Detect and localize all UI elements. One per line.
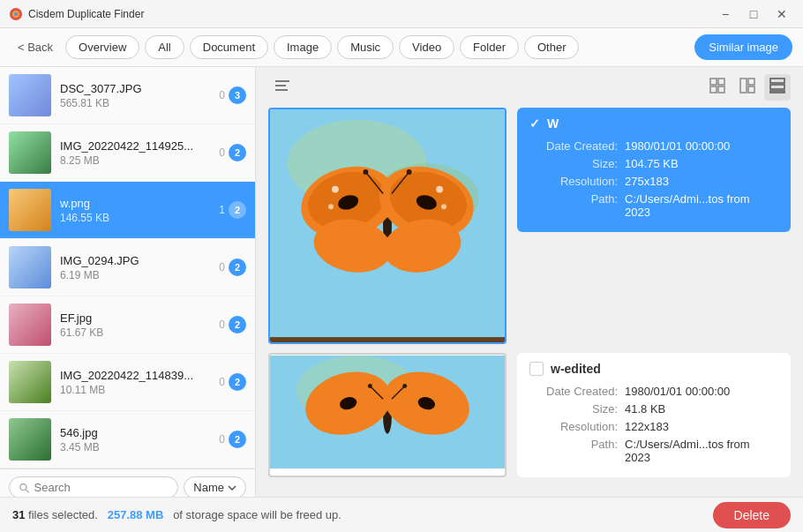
maximize-button[interactable]: □ — [741, 2, 766, 26]
info-row-date-2: Date Created: 1980/01/01 00:00:00 — [529, 385, 778, 398]
file-badges: 0 2 — [219, 373, 246, 391]
file-thumbnail — [9, 131, 51, 174]
info-card-selected[interactable]: ✓ W Date Created: 1980/01/01 00:00:00 Si… — [517, 108, 791, 232]
grid-view-button[interactable] — [704, 74, 731, 101]
svg-rect-17 — [770, 91, 784, 93]
file-name: IMG_20220422_114839... — [60, 369, 210, 382]
tab-video[interactable]: Video — [399, 35, 454, 59]
info-card-unselected[interactable]: w-edited Date Created: 1980/01/01 00:00:… — [517, 353, 791, 477]
badge-count: 2 — [229, 431, 246, 448]
resolution-value-2: 122x183 — [625, 420, 669, 433]
svg-point-47 — [368, 384, 372, 388]
file-badges: 0 2 — [219, 259, 246, 276]
split-view-button[interactable] — [734, 74, 761, 101]
search-input[interactable] — [34, 481, 169, 494]
list-item[interactable]: 546.jpg 3.45 MB 0 2 — [0, 411, 255, 468]
file-thumbnail — [9, 189, 51, 231]
checkbox-icon — [529, 362, 544, 376]
path-label: Path: — [529, 192, 618, 219]
tab-all[interactable]: All — [145, 35, 184, 59]
date-created-label: Date Created: — [529, 139, 618, 153]
close-button[interactable]: ✕ — [769, 2, 794, 26]
file-size: 3.45 MB — [60, 441, 210, 453]
files-count: 31 — [12, 508, 25, 521]
info-row-path-2: Path: C:/Users/Admi...tos from 2023 — [529, 438, 778, 464]
svg-point-34 — [332, 186, 339, 193]
file-name: IMG_0294.JPG — [60, 254, 210, 267]
size-label: Size: — [529, 157, 618, 170]
similar-image-button[interactable]: Similar image — [694, 34, 792, 60]
badge-count: 3 — [229, 86, 246, 104]
file-size: 146.55 KB — [60, 212, 210, 224]
info-row-resolution-2: Resolution: 122x183 — [529, 420, 778, 433]
info-row-size: Size: 104.75 KB — [529, 157, 778, 170]
image-preview-1 — [268, 108, 507, 344]
svg-rect-15 — [770, 79, 784, 83]
filename-label: W — [547, 116, 559, 131]
file-size: 61.67 KB — [60, 326, 210, 339]
file-badges: 0 3 — [219, 86, 246, 104]
image-panel-1: ✓ W Date Created: 1980/01/01 00:00:00 Si… — [268, 108, 791, 344]
badge-zero: 0 — [219, 376, 225, 388]
file-size: 10.11 MB — [60, 384, 210, 396]
image-preview-2 — [268, 353, 507, 477]
info-header: ✓ W — [529, 116, 778, 131]
svg-point-36 — [328, 204, 334, 209]
clear-selection-button[interactable] — [268, 75, 296, 101]
chevron-down-icon — [228, 485, 236, 491]
badge-count: 2 — [229, 201, 246, 219]
file-info: IMG_20220422_114925... 8.25 MB — [60, 139, 210, 167]
list-item[interactable]: EF.jpg 61.67 KB 0 2 — [0, 296, 255, 354]
badge-count: 2 — [229, 316, 246, 333]
content-area: ✓ W Date Created: 1980/01/01 00:00:00 Si… — [256, 67, 803, 497]
svg-point-3 — [20, 483, 26, 490]
list-item[interactable]: IMG_0294.JPG 6.19 MB 0 2 — [0, 239, 255, 296]
image-info-2: w-edited Date Created: 1980/01/01 00:00:… — [507, 353, 791, 477]
svg-point-48 — [402, 384, 407, 388]
list-item[interactable]: IMG_20220422_114839... 10.11 MB 0 2 — [0, 354, 255, 411]
list-view-button[interactable] — [764, 74, 791, 101]
statusbar: 31 files selected. 257.88 MB of storage … — [0, 497, 803, 532]
date-created-label-2: Date Created: — [529, 385, 618, 398]
date-created-value: 1980/01/01 00:00:00 — [625, 139, 730, 153]
back-button[interactable]: < Back — [11, 37, 60, 57]
app-icon — [9, 7, 23, 21]
info-row-size-2: Size: 41.8 KB — [529, 402, 778, 416]
minimize-button[interactable]: − — [713, 2, 738, 26]
list-item[interactable]: w.png 146.55 KB 1 2 — [0, 182, 255, 239]
tab-folder[interactable]: Folder — [460, 35, 519, 59]
path-label-2: Path: — [529, 438, 618, 464]
badge-count: 2 — [229, 259, 246, 276]
butterfly-image-1 — [270, 109, 505, 342]
file-thumbnail — [9, 361, 51, 403]
file-thumbnail — [9, 74, 51, 116]
file-info: 546.jpg 3.45 MB — [60, 426, 210, 453]
search-input-wrap[interactable] — [9, 476, 178, 497]
tab-music[interactable]: Music — [337, 35, 394, 59]
list-item[interactable]: DSC_3077.JPG 565.81 KB 0 3 — [0, 67, 255, 124]
size-label-2: Size: — [529, 402, 618, 416]
delete-button[interactable]: Delete — [713, 502, 791, 528]
svg-rect-12 — [740, 79, 747, 93]
file-name: 546.jpg — [60, 426, 210, 439]
file-size: 6.19 MB — [60, 269, 210, 281]
titlebar-controls: − □ ✕ — [713, 2, 794, 26]
file-info: DSC_3077.JPG 565.81 KB — [60, 82, 210, 109]
svg-point-33 — [407, 169, 412, 175]
titlebar: Cisdem Duplicate Finder − □ ✕ — [0, 0, 803, 28]
size-value: 104.75 KB — [625, 157, 679, 170]
file-size: 8.25 MB — [60, 154, 210, 167]
checkmark-icon: ✓ — [529, 116, 540, 131]
status-text: 31 files selected. 257.88 MB of storage … — [12, 508, 341, 521]
tab-overview[interactable]: Overview — [65, 35, 139, 59]
tab-image[interactable]: Image — [274, 35, 332, 59]
split-icon — [739, 78, 755, 94]
sort-select-wrap[interactable]: Name — [184, 476, 246, 497]
tab-document[interactable]: Document — [190, 35, 268, 59]
titlebar-left: Cisdem Duplicate Finder — [9, 7, 144, 21]
list-item[interactable]: IMG_20220422_114925... 8.25 MB 0 2 — [0, 124, 255, 182]
path-value-2: C:/Users/Admi...tos from 2023 — [625, 438, 778, 464]
file-thumbnail — [9, 418, 51, 461]
tab-other[interactable]: Other — [524, 35, 580, 59]
storage-size: 257.88 MB — [108, 508, 164, 521]
